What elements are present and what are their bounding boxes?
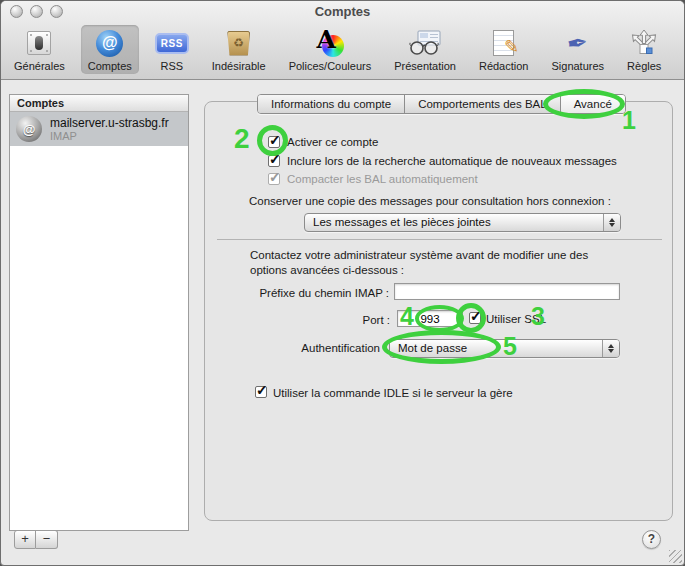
account-list-item[interactable]: mailserver.u-strasbg.fr IMAP: [10, 112, 188, 146]
titlebar[interactable]: Comptes: [1, 1, 684, 23]
toolbar-item-signatures[interactable]: Signatures: [544, 25, 611, 74]
toolbar-item-comptes[interactable]: Comptes: [81, 25, 139, 74]
popup-stepper-icon: [603, 214, 620, 231]
enable-account-checkbox[interactable]: [268, 136, 280, 148]
offline-copy-popup-value: Les messages et les pièces jointes: [313, 216, 491, 228]
offline-copy-popup[interactable]: Les messages et les pièces jointes: [304, 213, 621, 232]
pencil-page-icon: [493, 30, 514, 56]
toolbar-item-indesirable[interactable]: Indésirable: [205, 25, 273, 74]
idle-command-label: Utiliser la commande IDLE si le serveur …: [273, 387, 513, 399]
section-divider: [217, 239, 662, 240]
tab-comportements-des-bal[interactable]: Comportements des BAL: [404, 95, 559, 113]
toolbar-item-generales[interactable]: Générales: [7, 25, 72, 74]
idle-command-checkbox[interactable]: [255, 386, 267, 398]
sidebar-header: Comptes: [10, 95, 188, 112]
use-ssl-label: Utiliser SSL: [486, 313, 546, 325]
junk-bag-icon: [227, 31, 250, 56]
toolbar-item-presentation[interactable]: Présentation: [387, 25, 463, 74]
remove-account-button[interactable]: −: [36, 530, 58, 549]
at-icon: [96, 30, 123, 57]
toolbar-item-regles[interactable]: Règles: [620, 25, 668, 74]
offline-copy-label: Conserver une copie des messages pour co…: [249, 195, 611, 207]
glasses-envelope-icon: [409, 30, 441, 56]
admin-note: Contactez votre administrateur système a…: [250, 248, 615, 278]
use-ssl-checkbox[interactable]: [469, 312, 481, 324]
tab-informations-du-compte[interactable]: Informations du compte: [258, 95, 404, 113]
mail-preferences-window: Comptes Générales Comptes RSS RSS Indési…: [0, 0, 685, 566]
account-globe-icon: [16, 116, 42, 142]
tab-avance[interactable]: Avancé: [560, 95, 625, 113]
port-field[interactable]: [397, 310, 463, 327]
help-button[interactable]: ?: [642, 530, 661, 549]
fountain-pen-icon: [566, 29, 590, 58]
authentication-popup-value: Mot de passe: [398, 342, 467, 354]
fonts-colors-icon: A: [315, 29, 344, 57]
toolbar-item-polices-couleurs[interactable]: A Polices/Couleurs: [282, 25, 379, 74]
account-settings-panel: Informations du compte Comportements des…: [204, 101, 673, 521]
include-search-label: Inclure lors de la recherche automatique…: [287, 155, 617, 167]
authentication-label: Authentification: [205, 342, 380, 354]
account-tabs: Informations du compte Comportements des…: [257, 94, 626, 114]
include-search-checkbox[interactable]: [268, 155, 280, 167]
add-remove-group: + −: [14, 530, 58, 549]
resize-grip[interactable]: [669, 550, 682, 563]
preferences-toolbar: Générales Comptes RSS RSS Indésirable A: [7, 25, 668, 74]
account-type: IMAP: [50, 130, 169, 142]
imap-prefix-label: Préfixe du chemin IMAP :: [205, 287, 389, 299]
accounts-sidebar: Comptes mailserver.u-strasbg.fr IMAP: [9, 94, 189, 531]
account-name: mailserver.u-strasbg.fr: [50, 116, 169, 130]
port-label: Port :: [205, 314, 390, 326]
compact-mailboxes-checkbox: [268, 173, 280, 185]
toolbar-item-rss[interactable]: RSS RSS: [148, 25, 196, 74]
rss-badge-icon: RSS: [155, 33, 189, 54]
compact-mailboxes-label: Compacter les BAL automatiquement: [287, 173, 478, 185]
add-account-button[interactable]: +: [14, 530, 36, 549]
toolbar-item-redaction[interactable]: Rédaction: [472, 25, 536, 74]
popup-stepper-icon: [602, 340, 619, 357]
branching-arrows-icon: [629, 29, 659, 57]
switch-icon: [27, 31, 51, 55]
authentication-popup[interactable]: Mot de passe: [389, 339, 620, 358]
enable-account-label: Activer ce compte: [287, 136, 378, 148]
window-chrome: Comptes Générales Comptes RSS RSS Indési…: [1, 1, 684, 80]
window-title: Comptes: [1, 4, 684, 19]
imap-prefix-field[interactable]: [394, 283, 620, 300]
